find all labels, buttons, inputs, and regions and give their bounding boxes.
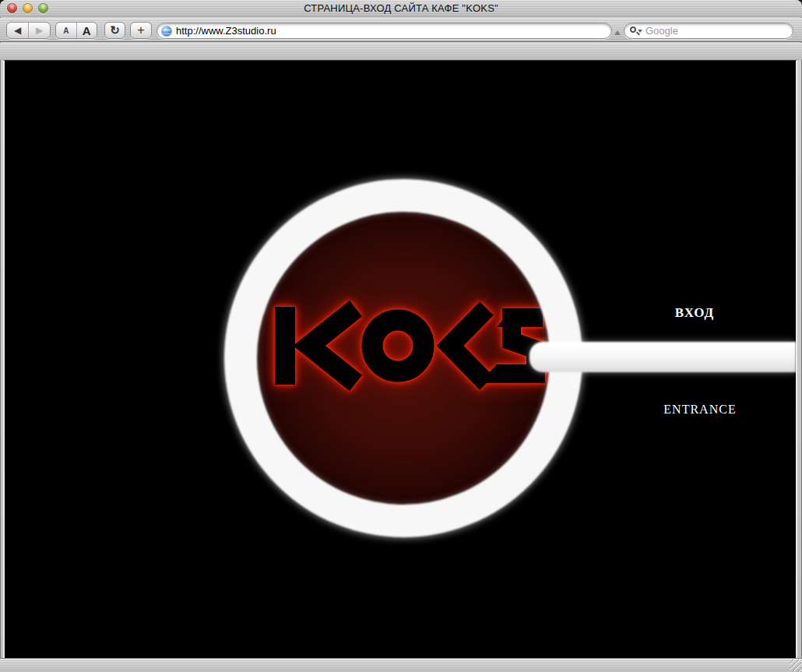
text-larger-icon: A [83,24,91,37]
search-input[interactable] [645,25,786,37]
reload-icon: ↻ [110,23,120,37]
text-smaller-button[interactable]: A [56,23,76,38]
globe-favicon-icon [161,26,172,37]
search-bar [624,23,793,39]
resize-grip[interactable] [790,660,801,671]
entrance-bar [529,342,796,372]
text-smaller-icon: A [63,26,69,35]
page-content: ВХОД ENTRANCE [3,60,797,658]
back-icon: ◀ [14,25,21,36]
search-icon[interactable] [630,26,642,37]
add-bookmark-button[interactable]: + [130,22,152,39]
browser-toolbar: ◀ ▶ A A ↻ + [0,18,802,42]
field-divider-caret[interactable] [614,30,621,35]
text-larger-button[interactable]: A [76,23,97,38]
address-bar [157,23,612,39]
reload-button[interactable]: ↻ [104,22,125,39]
address-input[interactable] [176,25,605,37]
status-bar [0,658,802,672]
plus-icon: + [137,23,144,37]
chevron-down-icon [638,30,642,33]
browser-window: СТРАНИЦА-ВХОД САЙТА КАФЕ "KOKS" ◀ ▶ A A [0,0,802,672]
title-bar: СТРАНИЦА-ВХОД САЙТА КАФЕ "KOKS" [0,0,802,17]
history-nav-group: ◀ ▶ [6,22,51,39]
back-button[interactable]: ◀ [7,23,28,38]
bookmarks-bar [0,43,802,60]
logo-ring [224,179,582,537]
forward-button[interactable]: ▶ [28,23,50,38]
window-title: СТРАНИЦА-ВХОД САЙТА КАФЕ "KOKS" [0,2,802,14]
forward-icon: ▶ [36,25,43,36]
entrance-link-en[interactable]: ENTRANCE [622,403,778,417]
entrance-link-ru[interactable]: ВХОД [617,305,772,321]
text-size-group: A A [55,22,97,39]
